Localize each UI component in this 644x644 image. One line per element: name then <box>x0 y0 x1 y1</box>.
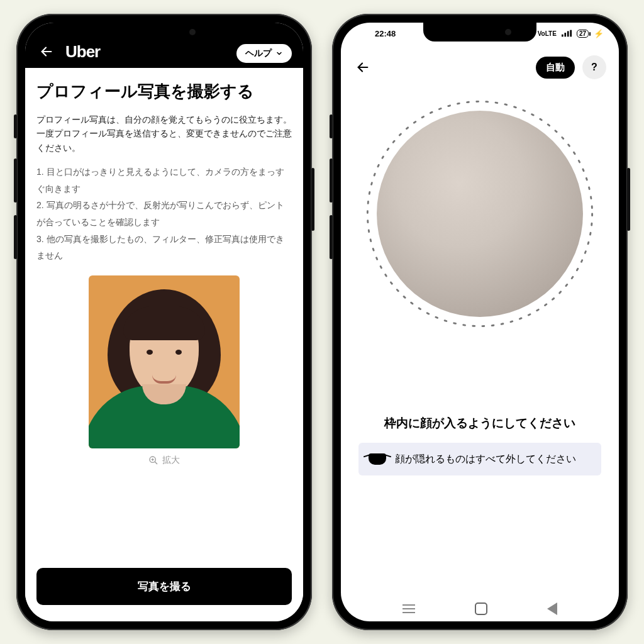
svg-rect-6 <box>564 33 566 36</box>
screen-right: 22:48 VoLTE 27 ⚡ 自動 ? <box>341 23 619 621</box>
tip-banner: 顔が隠れるものはすべて外してください <box>358 443 601 475</box>
sample-photo <box>89 275 240 448</box>
screen-left: Uber ヘルプ プロフィール写真を撮影する プロフィール写真は、自分の顔を覚え… <box>25 23 303 621</box>
back-button[interactable] <box>36 42 57 62</box>
chevron-down-icon <box>275 50 283 57</box>
svg-rect-5 <box>562 35 564 37</box>
zoom-label: 拡大 <box>162 455 180 466</box>
face-guide-ring <box>360 94 599 333</box>
svg-line-2 <box>155 462 157 464</box>
signal-icon <box>562 30 572 37</box>
arrow-left-icon <box>356 60 370 74</box>
steps-list: 1. 目と口がはっきりと見えるようにして、カメラの方をまっすぐ向きます 2. 写… <box>36 164 292 264</box>
back-button[interactable] <box>353 58 372 77</box>
back-nav-button[interactable] <box>547 602 557 615</box>
auto-capture-button[interactable]: 自動 <box>536 57 575 79</box>
instruction-title: 枠内に顔が入るようにしてください <box>358 415 601 431</box>
camera-feed-placeholder <box>377 111 583 317</box>
take-photo-button[interactable]: 写真を撮る <box>36 568 292 605</box>
home-button[interactable] <box>475 602 487 615</box>
tip-text: 顔が隠れるものはすべて外してください <box>395 452 576 467</box>
zoom-in-icon <box>148 455 158 465</box>
step-item: 1. 目と口がはっきりと見えるようにして、カメラの方をまっすぐ向きます <box>36 164 292 197</box>
charging-icon: ⚡ <box>594 29 604 38</box>
phone-frame-left: Uber ヘルプ プロフィール写真を撮影する プロフィール写真は、自分の顔を覚え… <box>16 14 312 630</box>
step-item: 3. 他の写真を撮影したもの、フィルター、修正写真は使用できません <box>36 231 292 264</box>
status-time: 22:48 <box>375 29 396 38</box>
camera-appbar: 自動 ? <box>341 44 619 82</box>
svg-rect-7 <box>567 31 569 36</box>
sample-photo-block: 拡大 <box>36 275 292 466</box>
android-nav-bar <box>341 602 619 615</box>
notch <box>423 23 536 42</box>
footer: 写真を撮る <box>25 559 303 621</box>
help-label: ヘルプ <box>245 48 272 59</box>
step-item: 2. 写真の明るさが十分で、反射光が写りこんでおらず、ピントが合っていることを確… <box>36 197 292 230</box>
battery-icon: 27 <box>577 30 589 38</box>
help-button[interactable]: ヘルプ <box>236 44 292 63</box>
recents-button[interactable] <box>402 604 415 613</box>
camera-preview <box>341 94 619 333</box>
help-button[interactable]: ? <box>582 55 606 79</box>
mask-icon <box>369 453 386 465</box>
svg-rect-8 <box>570 30 572 37</box>
notch <box>108 23 221 42</box>
app-logo: Uber <box>65 42 100 62</box>
phone-frame-right: 22:48 VoLTE 27 ⚡ 自動 ? <box>332 14 628 630</box>
page-description: プロフィール写真は、自分の顔を覚えてもらうのに役立ちます。一度プロフィール写真を… <box>36 113 292 155</box>
instruction-block: 枠内に顔が入るようにしてください 顔が隠れるものはすべて外してください <box>341 415 619 475</box>
content-area: プロフィール写真を撮影する プロフィール写真は、自分の顔を覚えてもらうのに役立ち… <box>25 68 303 565</box>
zoom-button[interactable]: 拡大 <box>148 455 180 466</box>
question-mark-icon: ? <box>591 62 597 73</box>
page-title: プロフィール写真を撮影する <box>36 80 292 103</box>
arrow-left-icon <box>40 45 53 58</box>
volte-icon: VoLTE <box>538 30 557 37</box>
